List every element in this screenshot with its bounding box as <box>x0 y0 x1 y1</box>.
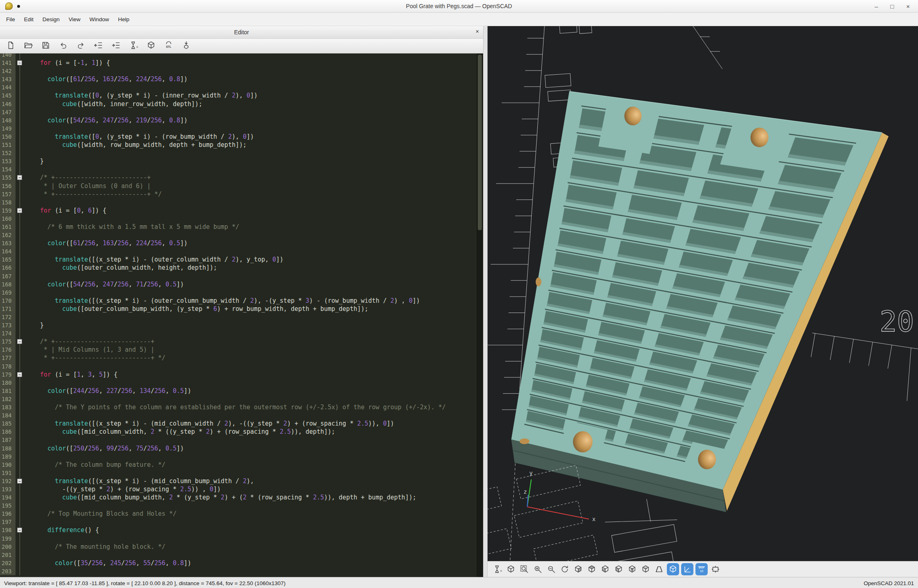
code-line-160[interactable]: 160 <box>0 215 477 223</box>
redo-button[interactable] <box>76 41 86 51</box>
code-line-189[interactable]: 189 <box>0 453 477 461</box>
code-line-149[interactable]: 149 <box>0 124 477 133</box>
fold-marker[interactable]: − <box>16 526 25 534</box>
code-line-196[interactable]: 196 /* Top Mounting Blocks and Holes */ <box>0 510 477 518</box>
menu-help[interactable]: Help <box>114 14 134 24</box>
code-line-171[interactable]: 171 cube([outer_column_bump_width, (y_st… <box>0 305 477 313</box>
code-line-165[interactable]: 165 translate([(x_step * i) - (outer_col… <box>0 255 477 264</box>
code-line-184[interactable]: 184 <box>0 411 477 419</box>
close-button[interactable]: × <box>906 3 910 9</box>
menu-view[interactable]: View <box>64 14 85 24</box>
editor-scrollbar[interactable] <box>477 53 483 577</box>
code-line-152[interactable]: 152 <box>0 149 477 157</box>
code-line-186[interactable]: 186 cube([mid_column_width, 2 * ((y_step… <box>0 428 477 436</box>
fold-marker[interactable]: − <box>16 371 25 379</box>
preview-button[interactable]: » <box>492 564 503 575</box>
new-file-button[interactable] <box>6 41 16 51</box>
view-back-button[interactable] <box>640 564 651 575</box>
code-line-191[interactable]: 191 <box>0 469 477 477</box>
zoom-out-button[interactable] <box>546 564 557 575</box>
code-line-159[interactable]: 159− for (i = [0, 6]) { <box>0 206 477 215</box>
show-axes-button[interactable] <box>681 563 693 575</box>
code-line-158[interactable]: 158 <box>0 198 477 206</box>
fold-marker[interactable]: − <box>16 477 25 485</box>
code-line-143[interactable]: 143 color([61/256, 163/256, 224/256, 0.8… <box>0 75 477 83</box>
code-line-179[interactable]: 179− for (i = [1, 3, 5]) { <box>0 371 477 379</box>
code-line-203[interactable]: 203 <box>0 567 477 575</box>
show-crosshairs-button[interactable] <box>710 564 721 575</box>
code-line-178[interactable]: 178 <box>0 362 477 371</box>
code-line-169[interactable]: 169 <box>0 288 477 297</box>
editor-dock-header[interactable]: Editor × <box>0 26 483 39</box>
orthogonal-button[interactable] <box>667 563 679 575</box>
reset-view-button[interactable] <box>559 564 570 575</box>
editor-scrollbar-thumb[interactable] <box>478 55 482 230</box>
code-line-193[interactable]: 193 -((y_step * 2) + (row_spacing * 2.5)… <box>0 485 477 493</box>
code-line-202[interactable]: 202 color([35/256, 245/256, 55/256, 0.8]… <box>0 559 477 567</box>
fold-marker[interactable]: − <box>16 173 25 182</box>
export-stl-button[interactable]: STL <box>164 41 174 51</box>
indent-button[interactable] <box>111 41 121 51</box>
code-line-181[interactable]: 181 color([244/256, 227/256, 134/256, 0.… <box>0 387 477 395</box>
menu-window[interactable]: Window <box>85 14 114 24</box>
code-line-168[interactable]: 168 color([54/256, 247/256, 71/256, 0.5]… <box>0 280 477 288</box>
open-button[interactable] <box>23 41 33 51</box>
code-line-153[interactable]: 153 } <box>0 157 477 165</box>
maximize-button[interactable]: □ <box>890 3 894 9</box>
code-line-192[interactable]: 192− translate([(x_step * i) - (mid_colu… <box>0 477 477 485</box>
code-line-201[interactable]: 201 <box>0 551 477 559</box>
code-line-175[interactable]: 175− /* +--------------------------+ <box>0 337 477 346</box>
code-line-180[interactable]: 180 <box>0 379 477 387</box>
code-line-176[interactable]: 176 * | Mid Columns (1, 3 and 5) | <box>0 346 477 354</box>
preview-button[interactable]: » <box>129 41 138 51</box>
code-line-156[interactable]: 156 * | Outer Columns (0 and 6) | <box>0 182 477 190</box>
undo-button[interactable] <box>58 41 68 51</box>
minimize-button[interactable]: – <box>875 3 878 9</box>
code-line-173[interactable]: 173 } <box>0 321 477 329</box>
3d-scene[interactable]: 20xyz <box>488 26 918 561</box>
3d-viewport[interactable]: 20xyz »10 <box>488 26 918 577</box>
menu-edit[interactable]: Edit <box>20 14 38 24</box>
perspective-button[interactable] <box>653 564 665 575</box>
code-line-166[interactable]: 166 cube([outer_column_width, height, de… <box>0 264 477 272</box>
menu-design[interactable]: Design <box>38 14 64 24</box>
code-line-163[interactable]: 163 color([61/256, 163/256, 224/256, 0.5… <box>0 239 477 247</box>
code-line-183[interactable]: 183 /* The Y points of the column are es… <box>0 403 477 411</box>
render-button[interactable] <box>505 564 517 575</box>
code-line-199[interactable]: 199 <box>0 535 477 543</box>
code-line-150[interactable]: 150 translate([0, (y_step * i) - (row_bu… <box>0 133 477 141</box>
view-right-button[interactable] <box>573 564 584 575</box>
code-line-141[interactable]: 141− for (i = [-1, 1]) { <box>0 59 477 67</box>
code-line-190[interactable]: 190 /* The column bump feature. */ <box>0 461 477 469</box>
code-line-185[interactable]: 185 translate([(x_step * i) - (mid_colum… <box>0 419 477 428</box>
code-line-187[interactable]: 187 <box>0 436 477 444</box>
view-front-button[interactable] <box>626 564 638 575</box>
code-line-164[interactable]: 164 <box>0 247 477 255</box>
send-to-printer-button[interactable] <box>181 41 191 51</box>
save-button[interactable] <box>41 41 51 51</box>
code-line-144[interactable]: 144 <box>0 83 477 91</box>
code-line-167[interactable]: 167 <box>0 272 477 280</box>
code-editor[interactable]: 140141− for (i = [-1, 1]) {142143 color(… <box>0 53 483 577</box>
code-line-140[interactable]: 140 <box>0 53 477 59</box>
code-lines[interactable]: 140141− for (i = [-1, 1]) {142143 color(… <box>0 53 477 577</box>
code-line-170[interactable]: 170 translate([(x_step * i) - (outer_col… <box>0 297 477 305</box>
code-line-147[interactable]: 147 <box>0 108 477 116</box>
zoom-all-button[interactable] <box>519 564 530 575</box>
code-line-145[interactable]: 145 translate([0, (y_step * i) - (inner_… <box>0 91 477 100</box>
show-scale-markers-button[interactable]: 10 <box>695 563 708 575</box>
code-line-161[interactable]: 161 /* 6 mm thick with a 1.5 mm tall x 5… <box>0 223 477 231</box>
fold-marker[interactable]: − <box>16 59 25 67</box>
code-line-157[interactable]: 157 * +-------------------------+ */ <box>0 190 477 198</box>
code-line-182[interactable]: 182 <box>0 395 477 403</box>
fold-marker[interactable]: − <box>16 206 25 215</box>
code-line-200[interactable]: 200 /* The mounting hole block. */ <box>0 543 477 551</box>
code-line-162[interactable]: 162 <box>0 231 477 239</box>
zoom-in-button[interactable] <box>532 564 544 575</box>
unindent-button[interactable] <box>94 41 103 51</box>
code-line-151[interactable]: 151 cube([width, row_bump_width, depth +… <box>0 141 477 149</box>
view-left-button[interactable] <box>613 564 624 575</box>
code-line-174[interactable]: 174 <box>0 329 477 337</box>
code-line-142[interactable]: 142 <box>0 67 477 75</box>
menu-file[interactable]: File <box>2 14 20 24</box>
